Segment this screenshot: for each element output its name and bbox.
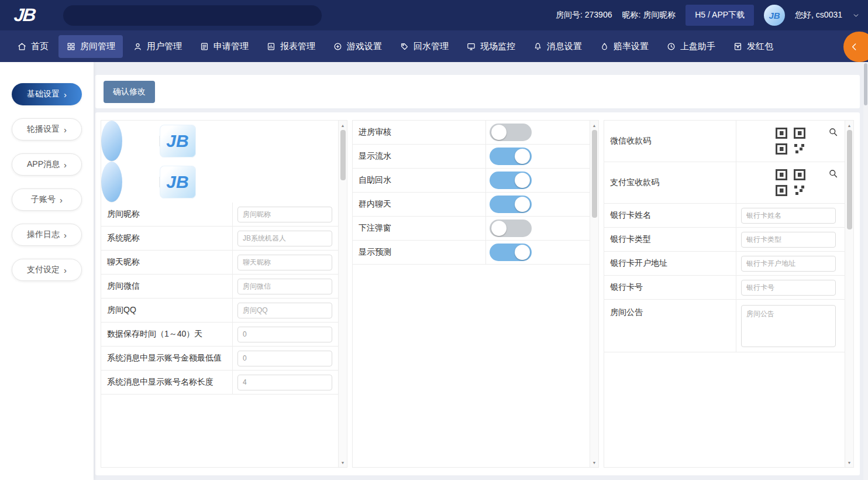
field-label: 房间QQ	[101, 299, 233, 322]
bank-card-number-input[interactable]	[741, 280, 836, 296]
settings-card: 头像JB系统头像JB房间昵称系统昵称聊天昵称房间微信房间QQ数据保存时间（1～4…	[95, 112, 860, 475]
min-amount-display-input[interactable]	[237, 351, 332, 366]
field-label: 支付宝收款码	[604, 162, 736, 203]
sidebar-item-label: 支付设定	[27, 265, 60, 275]
field-label: 房间微信	[101, 275, 233, 298]
sidebar-item-5[interactable]: 操作日志›	[12, 224, 82, 246]
scroll-down-arrow[interactable]: ▼	[845, 458, 853, 467]
system-avatar-image[interactable]: JB	[160, 166, 196, 198]
nav-item-3[interactable]: 用户管理	[125, 35, 190, 58]
form-row-bank-card-branch: 银行卡开户地址	[604, 252, 845, 276]
room-wechat-input[interactable]	[237, 279, 332, 294]
entry-review-toggle[interactable]	[490, 124, 532, 141]
user-avatar[interactable]: JB	[764, 5, 785, 26]
chevron-right-icon: ›	[64, 160, 67, 169]
nav-item-4[interactable]: 申请管理	[192, 35, 256, 58]
nav-item-5[interactable]: 报表管理	[259, 35, 323, 58]
confirm-button[interactable]: 确认修改	[104, 81, 155, 103]
room-avatar-image[interactable]: JB	[160, 125, 196, 157]
room-announcement-textarea[interactable]	[741, 305, 836, 347]
sidebar-item-1[interactable]: 基础设置›	[12, 83, 82, 105]
room-nickname-input[interactable]	[237, 207, 332, 222]
field-label: 微信收款码	[604, 121, 736, 162]
basic-info-panel: 头像JB系统头像JB房间昵称系统昵称聊天昵称房间微信房间QQ数据保存时间（1～4…	[101, 120, 347, 468]
form-row-system-avatar: 系统头像JB	[101, 162, 122, 203]
sidebar-item-2[interactable]: 轮播设置›	[12, 118, 82, 140]
chevron-down-icon[interactable]	[852, 12, 860, 19]
topbar: JB 房间号: 273906 昵称: 房间昵称 H5 / APP下载 JB 您好…	[0, 0, 868, 30]
form-row-chat-nickname: 聊天昵称	[101, 251, 338, 275]
qr-code-image[interactable]	[775, 127, 807, 155]
system-nickname-input[interactable]	[237, 231, 332, 246]
scroll-up-arrow[interactable]: ▲	[845, 121, 853, 129]
nav-item-label: 上盘助手	[680, 41, 715, 52]
sidebar-item-label: 操作日志	[27, 229, 60, 240]
data-retention-days-input[interactable]	[237, 327, 332, 342]
chat-nickname-input[interactable]	[237, 255, 332, 270]
scroll-down-arrow[interactable]: ▼	[339, 458, 347, 467]
nav-item-10[interactable]: 赔率设置	[592, 35, 656, 58]
nav-item-7[interactable]: 回水管理	[392, 35, 456, 58]
nav-item-label: 消息设置	[547, 41, 582, 52]
page-scrollbar[interactable]	[863, 62, 868, 480]
chevron-right-icon: ›	[60, 196, 63, 204]
room-qq-input[interactable]	[237, 303, 332, 318]
chevron-right-icon: ›	[64, 125, 67, 134]
toggle-knob	[515, 149, 530, 164]
nav-item-11[interactable]: 上盘助手	[659, 35, 723, 58]
nav-item-2[interactable]: 房间管理	[58, 35, 123, 58]
bank-card-branch-input[interactable]	[741, 256, 836, 272]
field-label: 进房审核	[353, 121, 486, 144]
panel-scrollbar[interactable]: ▲▼	[590, 121, 598, 467]
magnifier-icon[interactable]	[828, 168, 839, 179]
form-row-data-retention-days: 数据保存时间（1～40）天	[101, 323, 338, 347]
home-icon	[17, 42, 27, 52]
form-row-system-nickname: 系统昵称	[101, 227, 338, 251]
bet-popup-toggle[interactable]	[490, 220, 532, 237]
scrollbar-thumb[interactable]	[592, 130, 597, 218]
bank-card-type-input[interactable]	[741, 232, 836, 248]
account-name-length-input[interactable]	[237, 375, 332, 390]
nav-item-6[interactable]: 游戏设置	[325, 35, 390, 58]
panel-scrollbar[interactable]: ▲▼	[338, 121, 347, 467]
show-prediction-toggle[interactable]	[490, 244, 532, 261]
field-label: 聊天昵称	[101, 251, 233, 274]
nav-item-12[interactable]: 发红包	[725, 35, 781, 58]
scroll-up-arrow[interactable]: ▲	[339, 121, 347, 129]
magnifier-icon[interactable]	[828, 126, 839, 138]
toggle-row-group-chat: 群内聊天	[353, 193, 590, 217]
self-rebate-toggle[interactable]	[490, 172, 532, 189]
topbar-right: 房间号: 273906 昵称: 房间昵称 H5 / APP下载 JB 您好, c…	[556, 5, 860, 26]
nav-item-label: 首页	[31, 41, 49, 52]
form-row-room-qq: 房间QQ	[101, 299, 338, 323]
field-label: 下注弹窗	[353, 217, 486, 240]
toggle-knob	[515, 197, 530, 212]
nav-item-8[interactable]: 现场监控	[459, 35, 523, 58]
scroll-down-arrow[interactable]: ▼	[590, 458, 598, 467]
report-icon	[266, 42, 276, 52]
nav-item-9[interactable]: 消息设置	[525, 35, 590, 58]
h5-app-download-button[interactable]: H5 / APP下载	[686, 5, 754, 26]
toggle-row-show-prediction: 显示预测	[353, 241, 590, 265]
sidebar-item-6[interactable]: 支付设定›	[12, 259, 82, 281]
qr-code-image[interactable]	[775, 169, 807, 197]
sidebar-item-label: 子账号	[31, 194, 56, 205]
page-scrollbar-thumb[interactable]	[864, 63, 867, 105]
notice-bar	[63, 5, 322, 26]
sidebar-item-3[interactable]: APP消息›	[12, 153, 82, 176]
scrollbar-thumb[interactable]	[847, 130, 852, 229]
field-label: 自助回水	[353, 169, 486, 192]
nav-item-label: 报表管理	[280, 41, 315, 52]
chevron-right-icon: ›	[64, 231, 67, 239]
bank-card-name-input[interactable]	[741, 208, 836, 224]
scrollbar-thumb[interactable]	[340, 130, 346, 180]
field-label: 房间昵称	[101, 203, 233, 226]
nav-item-1[interactable]: 首页	[9, 35, 56, 58]
scroll-up-arrow[interactable]: ▲	[590, 121, 598, 129]
group-chat-toggle[interactable]	[490, 196, 532, 213]
show-turnover-toggle[interactable]	[490, 148, 532, 165]
search-icon	[828, 126, 839, 138]
panel-scrollbar[interactable]: ▲▼	[845, 121, 853, 467]
switches-panel: 进房审核显示流水自助回水群内聊天下注弹窗显示预测▲▼	[352, 120, 599, 468]
sidebar-item-4[interactable]: 子账号›	[12, 188, 82, 211]
